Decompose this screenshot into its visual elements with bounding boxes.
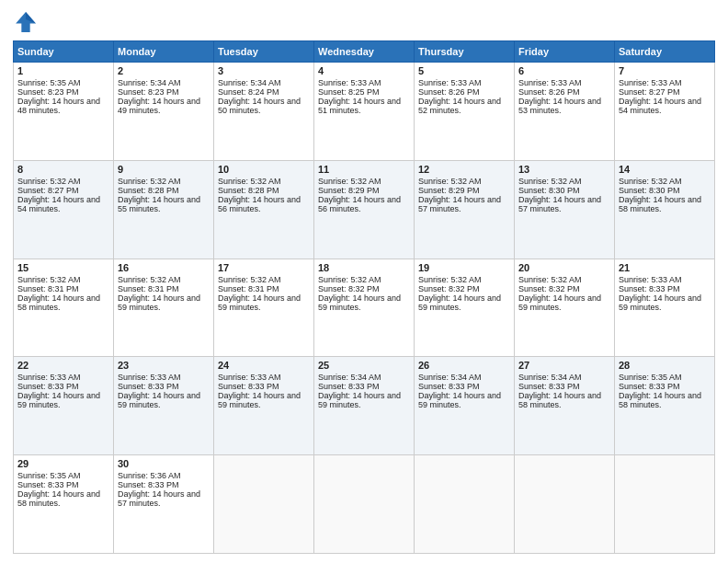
sunset-text: Sunset: 8:24 PM [218,87,279,97]
calendar-cell: 23 Sunrise: 5:33 AM Sunset: 8:33 PM Dayl… [114,357,214,455]
calendar-cell [415,455,515,554]
day-number: 15 [17,262,109,273]
calendar-body: 1 Sunrise: 5:35 AM Sunset: 8:23 PM Dayli… [14,63,715,554]
sunrise-text: Sunrise: 5:32 AM [518,275,582,284]
calendar-week-row: 22 Sunrise: 5:33 AM Sunset: 8:33 PM Dayl… [14,357,715,455]
sunset-text: Sunset: 8:31 PM [17,284,79,293]
sunrise-text: Sunrise: 5:33 AM [418,78,482,87]
daylight-text: Daylight: 14 hours and 59 minutes. [418,391,501,409]
daylight-text: Daylight: 14 hours and 48 minutes. [17,97,100,115]
sunset-text: Sunset: 8:27 PM [17,186,79,195]
day-number: 8 [17,164,109,175]
daylight-text: Daylight: 14 hours and 55 minutes. [118,195,200,213]
sunrise-text: Sunrise: 5:33 AM [318,78,381,87]
day-number: 26 [418,360,510,371]
daylight-text: Daylight: 14 hours and 49 minutes. [118,97,200,115]
daylight-text: Daylight: 14 hours and 59 minutes. [118,391,200,409]
sunset-text: Sunset: 8:23 PM [17,87,79,97]
sunrise-text: Sunrise: 5:32 AM [619,177,682,186]
calendar-cell: 6 Sunrise: 5:33 AM Sunset: 8:26 PM Dayli… [515,63,615,161]
day-number: 22 [17,360,109,371]
calendar-cell: 12 Sunrise: 5:32 AM Sunset: 8:29 PM Dayl… [415,160,515,259]
calendar-cell [615,455,715,554]
calendar-cell: 22 Sunrise: 5:33 AM Sunset: 8:33 PM Dayl… [14,357,114,455]
calendar-cell: 3 Sunrise: 5:34 AM Sunset: 8:24 PM Dayli… [214,63,314,161]
calendar-cell [515,455,615,554]
sunrise-text: Sunrise: 5:33 AM [218,373,281,382]
daylight-text: Daylight: 14 hours and 50 minutes. [218,97,301,115]
daylight-text: Daylight: 14 hours and 59 minutes. [218,293,301,312]
daylight-text: Daylight: 14 hours and 58 minutes. [17,489,100,508]
day-number: 25 [318,360,410,371]
sunrise-text: Sunrise: 5:35 AM [17,471,81,480]
daylight-text: Daylight: 14 hours and 53 minutes. [518,97,601,115]
logo-icon [13,9,39,35]
calendar-cell: 8 Sunrise: 5:32 AM Sunset: 8:27 PM Dayli… [14,160,114,259]
daylight-text: Daylight: 14 hours and 59 minutes. [17,391,100,409]
daylight-text: Daylight: 14 hours and 51 minutes. [318,97,401,115]
calendar-header-cell: Saturday [615,41,715,63]
calendar-cell: 11 Sunrise: 5:32 AM Sunset: 8:29 PM Dayl… [314,160,415,259]
calendar-cell: 13 Sunrise: 5:32 AM Sunset: 8:30 PM Dayl… [515,160,615,259]
day-number: 3 [218,65,310,76]
calendar-cell: 7 Sunrise: 5:33 AM Sunset: 8:27 PM Dayli… [615,63,715,161]
calendar-cell: 30 Sunrise: 5:36 AM Sunset: 8:33 PM Dayl… [114,455,214,554]
calendar-header-cell: Thursday [415,41,515,63]
sunset-text: Sunset: 8:33 PM [518,382,580,391]
sunset-text: Sunset: 8:32 PM [418,284,480,293]
day-number: 21 [619,262,711,273]
daylight-text: Daylight: 14 hours and 52 minutes. [418,97,501,115]
calendar-header-cell: Sunday [14,41,114,63]
day-number: 13 [518,164,610,175]
daylight-text: Daylight: 14 hours and 59 minutes. [118,293,200,312]
calendar-cell: 15 Sunrise: 5:32 AM Sunset: 8:31 PM Dayl… [14,259,114,357]
day-number: 28 [619,360,711,371]
sunrise-text: Sunrise: 5:32 AM [318,177,381,186]
calendar-cell: 19 Sunrise: 5:32 AM Sunset: 8:32 PM Dayl… [415,259,515,357]
day-number: 19 [418,262,510,273]
calendar-cell: 10 Sunrise: 5:32 AM Sunset: 8:28 PM Dayl… [214,160,314,259]
sunset-text: Sunset: 8:33 PM [418,382,480,391]
daylight-text: Daylight: 14 hours and 54 minutes. [619,97,701,115]
calendar-table: SundayMondayTuesdayWednesdayThursdayFrid… [13,40,715,554]
calendar-cell: 20 Sunrise: 5:32 AM Sunset: 8:32 PM Dayl… [515,259,615,357]
daylight-text: Daylight: 14 hours and 58 minutes. [518,391,601,409]
day-number: 11 [318,164,410,175]
logo [13,9,42,35]
calendar-cell: 29 Sunrise: 5:35 AM Sunset: 8:33 PM Dayl… [14,455,114,554]
sunrise-text: Sunrise: 5:32 AM [17,177,81,186]
sunset-text: Sunset: 8:29 PM [418,186,480,195]
day-number: 4 [318,65,410,76]
calendar-cell: 17 Sunrise: 5:32 AM Sunset: 8:31 PM Dayl… [214,259,314,357]
calendar-week-row: 1 Sunrise: 5:35 AM Sunset: 8:23 PM Dayli… [14,63,715,161]
calendar-cell: 16 Sunrise: 5:32 AM Sunset: 8:31 PM Dayl… [114,259,214,357]
sunrise-text: Sunrise: 5:32 AM [118,275,181,284]
sunset-text: Sunset: 8:32 PM [518,284,580,293]
sunrise-text: Sunrise: 5:32 AM [318,275,381,284]
sunrise-text: Sunrise: 5:33 AM [619,275,682,284]
day-number: 17 [218,262,310,273]
calendar-header-cell: Wednesday [314,41,415,63]
calendar-cell: 18 Sunrise: 5:32 AM Sunset: 8:32 PM Dayl… [314,259,415,357]
day-number: 20 [518,262,610,273]
header [13,9,715,35]
daylight-text: Daylight: 14 hours and 58 minutes. [619,391,701,409]
sunset-text: Sunset: 8:30 PM [518,186,580,195]
sunset-text: Sunset: 8:33 PM [17,382,79,391]
calendar-cell: 27 Sunrise: 5:34 AM Sunset: 8:33 PM Dayl… [515,357,615,455]
sunset-text: Sunset: 8:33 PM [619,284,680,293]
sunrise-text: Sunrise: 5:33 AM [619,78,682,87]
sunset-text: Sunset: 8:23 PM [118,87,179,97]
calendar-cell: 25 Sunrise: 5:34 AM Sunset: 8:33 PM Dayl… [314,357,415,455]
daylight-text: Daylight: 14 hours and 57 minutes. [418,195,501,213]
sunset-text: Sunset: 8:33 PM [17,480,79,489]
day-number: 18 [318,262,410,273]
sunrise-text: Sunrise: 5:34 AM [418,373,482,382]
sunrise-text: Sunrise: 5:32 AM [218,177,281,186]
calendar-header-cell: Friday [515,41,615,63]
day-number: 24 [218,360,310,371]
calendar-cell: 26 Sunrise: 5:34 AM Sunset: 8:33 PM Dayl… [415,357,515,455]
calendar-cell: 2 Sunrise: 5:34 AM Sunset: 8:23 PM Dayli… [114,63,214,161]
daylight-text: Daylight: 14 hours and 59 minutes. [619,293,701,312]
calendar-cell: 14 Sunrise: 5:32 AM Sunset: 8:30 PM Dayl… [615,160,715,259]
